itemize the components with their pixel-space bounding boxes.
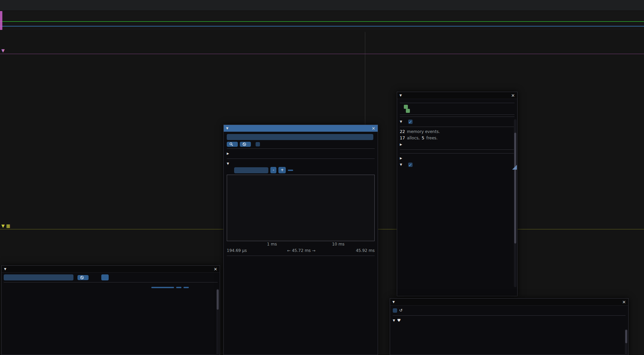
reset-button[interactable]: [288, 170, 293, 171]
statistics-scrollbar[interactable]: [216, 289, 219, 355]
allocations-list[interactable]: ▶: [400, 141, 515, 148]
close-icon[interactable]: ✕: [214, 267, 217, 271]
active-allocations-header[interactable]: ▼ ♥: [393, 317, 626, 324]
ram-icon: ▦: [6, 223, 10, 228]
close-icon[interactable]: ✕: [511, 93, 515, 98]
clipped-button[interactable]: [101, 274, 109, 280]
resize-grip[interactable]: [512, 165, 517, 170]
memory-panel: ▼✕ ↺ ▼ ♥: [390, 298, 629, 355]
time-ruler[interactable]: [0, 30, 644, 42]
child-zones-header[interactable]: ▼: [400, 162, 515, 168]
decrement-button[interactable]: -: [270, 167, 276, 173]
frame-target-line: [0, 21, 644, 22]
frame-overview-strip[interactable]: [0, 11, 644, 30]
frame-histogram-bars: [0, 12, 644, 29]
thread-color-swatch: [406, 109, 410, 113]
tracy-profiler-window: ▼ ▼ ▦ ▼✕: [0, 0, 644, 355]
collapse-triangle-icon: ▼: [1, 223, 5, 228]
hist-span-label: ← 45.72 ms →: [287, 248, 315, 254]
zone-time-histogram[interactable]: [227, 175, 375, 241]
statistics-panel: ▼✕: [1, 265, 220, 355]
close-icon[interactable]: ✕: [372, 126, 375, 131]
hist-min-label: 194.69 µs: [227, 248, 247, 254]
frames-row[interactable]: [0, 42, 644, 48]
find-button[interactable]: [227, 142, 238, 147]
find-zone-titlebar[interactable]: ▼✕: [224, 125, 378, 132]
close-icon[interactable]: ✕: [622, 300, 626, 304]
hist-tick-1ms: 1 ms: [267, 241, 277, 248]
time-relative-checkbox[interactable]: [408, 120, 413, 124]
column-counts[interactable]: [176, 287, 181, 288]
zone-info-scrollbar[interactable]: [514, 119, 517, 287]
statistics-titlebar[interactable]: ▼✕: [2, 266, 220, 273]
zone-info-titlebar[interactable]: ▼✕: [397, 92, 517, 99]
collapse-triangle-icon: ▼: [1, 48, 5, 53]
increment-button[interactable]: +: [278, 167, 286, 173]
restrict-time-checkbox[interactable]: [393, 308, 397, 313]
column-total-time[interactable]: [151, 287, 174, 288]
hist-max-label: 45.92 ms: [356, 248, 375, 254]
group-children-checkbox[interactable]: [408, 163, 413, 167]
filter-zones-input[interactable]: [4, 274, 73, 280]
zone-info-panel: ▼✕ ▼ 22memory events. 17allocs,5frees. ▶…: [397, 92, 518, 296]
matched-source-locations[interactable]: ▶: [227, 150, 375, 157]
clear-filter-button[interactable]: [77, 275, 89, 280]
search-icon: [229, 142, 233, 146]
memory-titlebar[interactable]: ▼✕: [390, 299, 628, 306]
ban-icon: [80, 276, 84, 279]
hist-tick-10ms: 10 ms: [332, 241, 344, 248]
min-bin-input[interactable]: [234, 167, 268, 173]
ban-icon: [243, 142, 246, 146]
frame-view-marker: [0, 11, 2, 30]
cpu-data-header[interactable]: ▼: [1, 48, 5, 53]
source-color-swatch: [404, 105, 408, 109]
memory-scrollbar[interactable]: [625, 329, 628, 355]
history-icon: ↺: [399, 307, 402, 314]
column-mtpc[interactable]: [183, 287, 189, 288]
find-zone-search-input[interactable]: [227, 134, 373, 140]
find-zone-panel: ▼✕ ▶ ▼ - + 1 ms10 ms: [223, 125, 378, 355]
zone-trace-header[interactable]: ▶: [400, 155, 515, 162]
histogram-section-header[interactable]: ▼: [227, 161, 375, 167]
clear-button[interactable]: [240, 142, 251, 147]
toolbar: [0, 0, 644, 11]
memory-usage-header[interactable]: ▼ ▦: [1, 223, 10, 228]
cpu-usage-graph: [0, 55, 644, 63]
ignore-case-checkbox[interactable]: [256, 142, 260, 146]
frame-average-line: [0, 26, 644, 27]
heartbeat-icon: ♥: [397, 317, 401, 324]
cpu-divider: [0, 54, 644, 54]
